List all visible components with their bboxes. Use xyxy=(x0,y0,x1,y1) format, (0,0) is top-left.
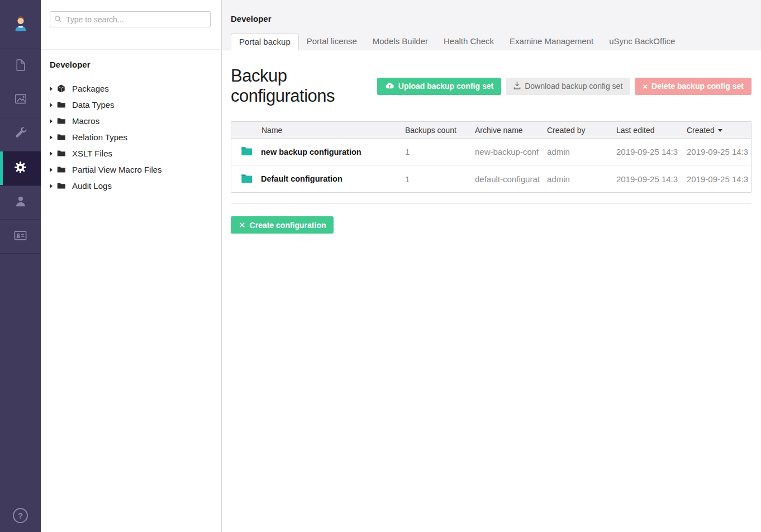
delete-button-label: Delete backup config set xyxy=(651,82,744,91)
tab-health-check[interactable]: Health Check xyxy=(436,34,502,50)
user-icon xyxy=(13,194,28,211)
caret-right-icon[interactable] xyxy=(50,151,53,156)
tree-item-packages[interactable]: Packages xyxy=(50,80,212,97)
document-icon xyxy=(13,58,27,74)
tab-usync-backoffice[interactable]: uSync BackOffice xyxy=(601,34,683,50)
rail-item-developer[interactable] xyxy=(0,151,41,186)
tree-item-partial-view-macro-files[interactable]: Partial View Macro Files xyxy=(50,162,212,178)
package-icon xyxy=(56,84,66,93)
last-edited: 2019-09-25 14:3 xyxy=(616,147,687,156)
search-box xyxy=(50,11,211,27)
gear-icon xyxy=(13,160,27,177)
tree-item-audit-logs[interactable]: Audit Logs xyxy=(50,178,212,194)
column-header-archive-name[interactable]: Archive name xyxy=(475,126,547,135)
tab-models-builder[interactable]: Models Builder xyxy=(365,34,436,50)
create-row: ✕ Create configuration xyxy=(231,216,752,234)
tree-item-relation-types[interactable]: Relation Types xyxy=(50,129,212,145)
table-row[interactable]: Default configuration 1 default-configur… xyxy=(231,165,751,192)
config-name: Default configuration xyxy=(261,174,343,183)
created-by: admin xyxy=(547,174,616,184)
section-divider xyxy=(231,203,752,204)
config-set-actions: Upload backup config set Download backup… xyxy=(377,78,752,95)
folder-icon xyxy=(241,173,253,185)
tree-item-label: Data Types xyxy=(72,100,115,110)
help-button[interactable]: ? xyxy=(0,498,41,532)
search-icon xyxy=(54,15,63,26)
rail-item-users[interactable] xyxy=(0,186,41,220)
table-row[interactable]: new backup configuration 1 new-backup-co… xyxy=(231,139,751,165)
folder-icon xyxy=(56,116,66,126)
column-header-created[interactable]: Created xyxy=(687,126,751,135)
created: 2019-09-25 14:3 xyxy=(687,174,751,184)
main-area: Developer Portal backup Portal license M… xyxy=(222,0,761,532)
avatar-icon xyxy=(11,13,31,36)
tree-item-xslt-files[interactable]: XSLT Files xyxy=(50,145,212,162)
title-row: Backup configurations Upload backup conf… xyxy=(231,66,752,106)
last-edited: 2019-09-25 14:3 xyxy=(616,174,687,184)
rail-item-content[interactable] xyxy=(0,49,41,83)
delete-x-icon: × xyxy=(643,82,648,91)
caret-right-icon[interactable] xyxy=(50,168,53,172)
folder-icon xyxy=(241,146,253,158)
caret-right-icon[interactable] xyxy=(50,119,53,124)
folder-icon xyxy=(56,181,66,191)
backups-count: 1 xyxy=(405,147,475,156)
rail-item-settings[interactable] xyxy=(0,117,41,151)
caret-right-icon[interactable] xyxy=(50,184,53,188)
tree-item-label: Audit Logs xyxy=(72,181,112,191)
archive-name: new-backup-conf xyxy=(475,147,547,156)
wrench-icon xyxy=(13,126,28,142)
config-name: new backup configuration xyxy=(261,148,362,156)
backup-configurations-table: Name Backups count Archive name Created … xyxy=(231,121,752,193)
tree-panel: Developer Packages Data Types xyxy=(41,0,222,532)
download-icon xyxy=(513,81,521,91)
page-title: Backup configurations xyxy=(231,66,377,106)
caret-right-icon[interactable] xyxy=(50,103,53,107)
tab-portal-license[interactable]: Portal license xyxy=(299,34,365,50)
folder-icon xyxy=(56,100,66,110)
download-backup-config-set-button[interactable]: Download backup config set xyxy=(506,78,630,95)
app-rail: ? xyxy=(0,0,41,532)
created-by: admin xyxy=(547,147,616,156)
section-header: Developer Portal backup Portal license M… xyxy=(222,0,761,50)
caret-right-icon[interactable] xyxy=(50,135,53,140)
tree-heading: Developer xyxy=(50,60,212,69)
download-button-label: Download backup config set xyxy=(525,82,622,91)
create-configuration-button[interactable]: ✕ Create configuration xyxy=(231,216,334,234)
tree-item-label: Macros xyxy=(72,116,99,126)
column-header-backups-count[interactable]: Backups count xyxy=(405,126,475,135)
tab-bar: Portal backup Portal license Models Buil… xyxy=(231,34,752,50)
tree-item-label: Packages xyxy=(72,84,109,93)
tab-portal-backup[interactable]: Portal backup xyxy=(231,34,299,50)
tab-examine-management[interactable]: Examine Management xyxy=(502,34,601,50)
rail-item-members[interactable] xyxy=(0,220,41,254)
column-header-created-by[interactable]: Created by xyxy=(547,126,616,135)
folder-icon xyxy=(56,165,66,174)
search-input[interactable] xyxy=(50,11,211,27)
backups-count: 1 xyxy=(405,174,475,184)
id-card-icon xyxy=(13,228,28,245)
upload-backup-config-set-button[interactable]: Upload backup config set xyxy=(377,78,501,95)
column-header-last-edited[interactable]: Last edited xyxy=(616,126,687,135)
table-header-row: Name Backups count Archive name Created … xyxy=(231,122,751,139)
tree-item-macros[interactable]: Macros xyxy=(50,113,212,129)
create-x-icon: ✕ xyxy=(239,221,246,229)
cloud-upload-icon xyxy=(385,82,394,91)
created: 2019-09-25 14:3 xyxy=(687,147,751,156)
folder-icon xyxy=(56,132,66,142)
create-button-label: Create configuration xyxy=(250,221,326,230)
rail-item-media[interactable] xyxy=(0,83,41,117)
help-icon: ? xyxy=(13,508,28,523)
delete-backup-config-set-button[interactable]: × Delete backup config set xyxy=(635,78,752,95)
section-title: Developer xyxy=(231,14,752,23)
user-avatar[interactable] xyxy=(0,0,41,49)
media-icon xyxy=(13,92,28,108)
tree: Developer Packages Data Types xyxy=(41,50,221,204)
column-header-name[interactable]: Name xyxy=(231,126,405,135)
caret-right-icon[interactable] xyxy=(50,87,53,91)
tree-item-label: Partial View Macro Files xyxy=(72,165,162,174)
tree-item-label: Relation Types xyxy=(72,132,127,142)
archive-name: default-configurat xyxy=(475,174,547,184)
tree-item-data-types[interactable]: Data Types xyxy=(50,97,212,113)
folder-icon xyxy=(56,149,66,158)
